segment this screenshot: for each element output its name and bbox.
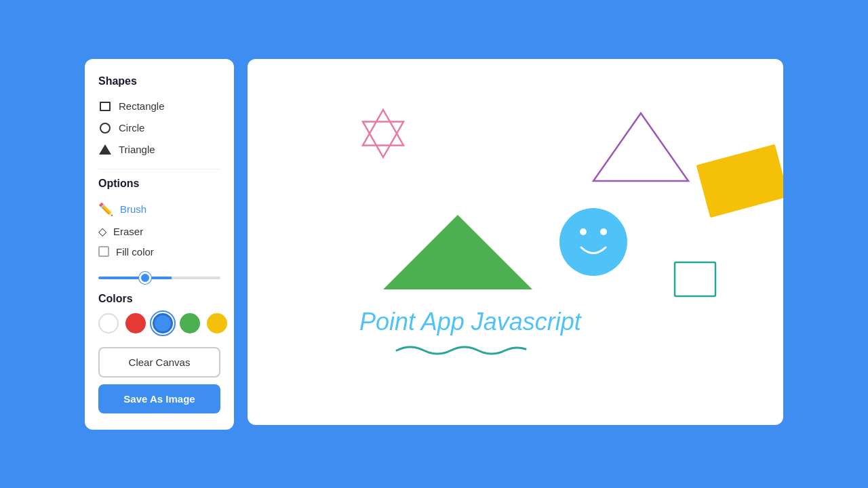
shape-option-circle[interactable]: Circle xyxy=(98,117,220,139)
drawing-canvas[interactable]: Point App Javascript xyxy=(248,59,783,425)
color-green[interactable] xyxy=(180,313,200,333)
shape-rectangle-label: Rectangle xyxy=(119,100,165,112)
fill-color-checkbox[interactable] xyxy=(98,246,109,257)
app-container: Shapes Rectangle Circle Triangle Options… xyxy=(85,59,783,430)
color-red[interactable] xyxy=(125,313,146,333)
shape-option-triangle[interactable]: Triangle xyxy=(98,139,220,161)
small-rectangle xyxy=(675,262,715,296)
sidebar: Shapes Rectangle Circle Triangle Options… xyxy=(85,59,234,430)
svg-marker-1 xyxy=(363,121,403,157)
star-shape xyxy=(363,110,403,157)
rectangle-icon xyxy=(98,100,112,113)
left-eye xyxy=(580,228,587,235)
squiggle xyxy=(397,347,526,354)
color-white[interactable] xyxy=(98,313,119,333)
shape-circle-label: Circle xyxy=(119,122,144,134)
svg-marker-0 xyxy=(363,110,403,146)
save-as-image-button[interactable]: Save As Image xyxy=(98,384,220,413)
option-eraser-label: Eraser xyxy=(113,226,143,237)
brush-size-slider[interactable] xyxy=(98,277,220,279)
clear-canvas-button[interactable]: Clear Canvas xyxy=(98,347,220,378)
canvas-text: Point App Javascript xyxy=(359,308,583,336)
brush-icon: ✏️ xyxy=(98,202,113,217)
option-brush[interactable]: ✏️ Brush xyxy=(98,198,220,221)
yellow-rectangle xyxy=(696,144,783,217)
option-fill-color[interactable]: Fill color xyxy=(98,242,220,262)
colors-section: Colors xyxy=(98,293,220,333)
option-brush-label: Brush xyxy=(120,203,146,215)
triangle-icon xyxy=(98,143,112,157)
divider-1 xyxy=(98,169,220,169)
option-eraser[interactable]: ◇ Eraser xyxy=(98,221,220,242)
purple-triangle xyxy=(593,113,688,181)
brush-size-slider-container xyxy=(98,270,220,282)
color-palette xyxy=(98,313,220,333)
color-blue[interactable] xyxy=(153,313,173,333)
colors-section-title: Colors xyxy=(98,293,220,305)
circle-icon xyxy=(98,121,112,135)
canvas-svg: Point App Javascript xyxy=(248,59,783,425)
eraser-icon: ◇ xyxy=(98,225,106,238)
green-triangle xyxy=(383,215,532,289)
option-fill-color-label: Fill color xyxy=(116,246,154,258)
shapes-section-title: Shapes xyxy=(98,75,220,87)
shape-option-rectangle[interactable]: Rectangle xyxy=(98,96,220,117)
shape-triangle-label: Triangle xyxy=(119,144,155,155)
color-yellow[interactable] xyxy=(207,313,227,333)
right-eye xyxy=(600,228,607,235)
smiley-face xyxy=(559,208,627,276)
options-section-title: Options xyxy=(98,178,220,190)
